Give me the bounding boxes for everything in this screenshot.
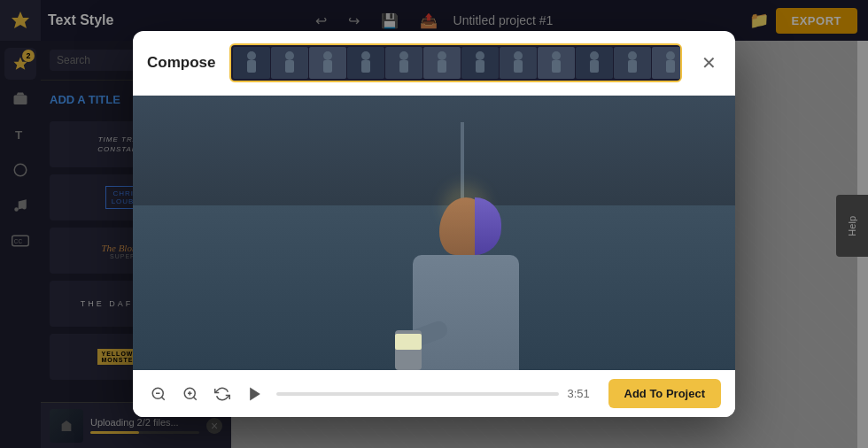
filmstrip-frames bbox=[231, 45, 682, 81]
play-button[interactable] bbox=[243, 382, 267, 406]
rotate-button[interactable] bbox=[211, 382, 234, 406]
svg-point-27 bbox=[628, 51, 637, 60]
close-icon: ✕ bbox=[701, 52, 717, 73]
svg-rect-28 bbox=[628, 60, 637, 73]
svg-rect-20 bbox=[476, 60, 484, 73]
video-area bbox=[133, 96, 735, 370]
filmstrip-frame bbox=[309, 47, 346, 79]
svg-point-23 bbox=[552, 51, 561, 60]
filmstrip-frame bbox=[614, 47, 651, 79]
modal-title: Compose bbox=[147, 54, 215, 72]
svg-rect-8 bbox=[247, 60, 256, 73]
video-controls: 3:51 Add To Project bbox=[133, 370, 735, 417]
progress-bar[interactable] bbox=[276, 392, 559, 396]
play-icon bbox=[246, 385, 264, 403]
filmstrip-frame bbox=[652, 47, 682, 79]
modal-header: Compose ✕ bbox=[133, 31, 735, 96]
video-preview bbox=[133, 96, 735, 370]
svg-rect-18 bbox=[438, 60, 446, 73]
svg-marker-39 bbox=[250, 387, 260, 400]
svg-rect-14 bbox=[361, 60, 370, 73]
time-label: 3:51 bbox=[568, 387, 600, 400]
svg-rect-30 bbox=[666, 60, 675, 73]
compose-modal: Compose ✕ bbox=[133, 31, 735, 417]
modal-close-button[interactable]: ✕ bbox=[696, 50, 721, 75]
person-silhouette bbox=[413, 197, 519, 370]
svg-point-13 bbox=[361, 51, 370, 60]
svg-point-15 bbox=[399, 51, 408, 60]
svg-rect-16 bbox=[399, 60, 408, 73]
zoom-in-button[interactable] bbox=[179, 382, 202, 406]
add-to-project-button[interactable]: Add To Project bbox=[608, 379, 721, 408]
svg-point-21 bbox=[514, 51, 523, 60]
svg-rect-10 bbox=[285, 60, 294, 73]
filmstrip-frame bbox=[423, 47, 461, 79]
zoom-in-icon bbox=[182, 386, 198, 402]
filmstrip-frame bbox=[500, 47, 537, 79]
svg-point-11 bbox=[323, 51, 332, 60]
modal-overlay: Compose ✕ bbox=[0, 0, 868, 448]
filmstrip-frame bbox=[461, 47, 499, 79]
svg-rect-12 bbox=[323, 60, 332, 73]
filmstrip-frame bbox=[271, 47, 308, 79]
filmstrip-frame bbox=[233, 47, 270, 79]
filmstrip[interactable] bbox=[229, 43, 682, 82]
svg-point-29 bbox=[666, 51, 675, 60]
svg-rect-26 bbox=[590, 60, 599, 73]
filmstrip-frame bbox=[385, 47, 422, 79]
svg-point-7 bbox=[247, 51, 256, 60]
filmstrip-frame bbox=[576, 47, 613, 79]
svg-point-9 bbox=[285, 51, 294, 60]
rotate-icon bbox=[214, 386, 230, 402]
svg-point-17 bbox=[438, 51, 446, 60]
svg-rect-24 bbox=[552, 60, 561, 73]
filmstrip-frame bbox=[538, 47, 575, 79]
video-scene bbox=[133, 96, 735, 370]
zoom-out-icon bbox=[151, 386, 167, 402]
svg-point-19 bbox=[476, 51, 484, 60]
zoom-out-button[interactable] bbox=[147, 382, 170, 406]
svg-point-25 bbox=[590, 51, 599, 60]
svg-rect-22 bbox=[514, 60, 523, 73]
filmstrip-frame bbox=[347, 47, 384, 79]
